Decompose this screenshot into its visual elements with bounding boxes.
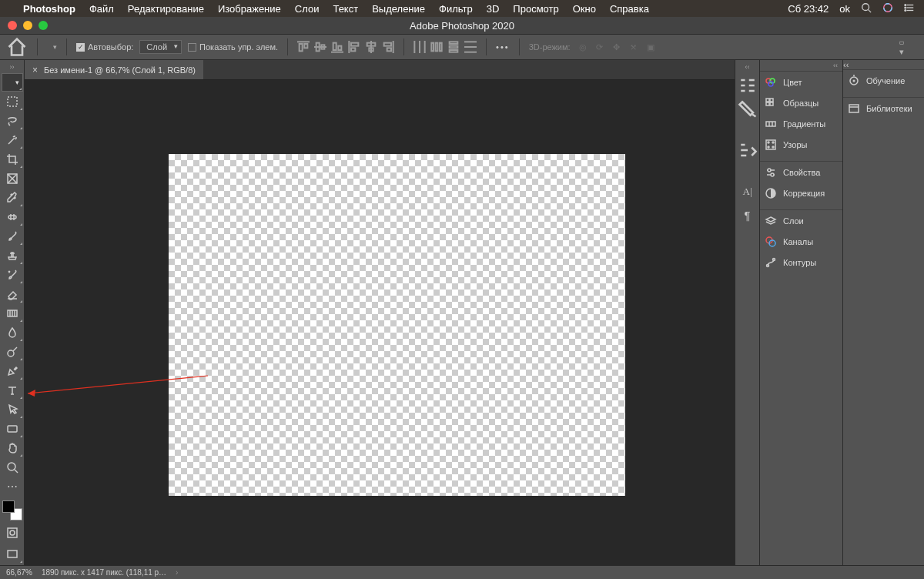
menubar-user[interactable]: ok <box>839 3 850 15</box>
svg-rect-71 <box>770 102 773 105</box>
brush-settings-icon[interactable] <box>737 75 758 95</box>
menu-3d[interactable]: 3D <box>487 3 500 15</box>
menu-select[interactable]: Выделение <box>372 3 425 15</box>
panels2-collapse-button[interactable]: ‹‹ <box>843 60 924 69</box>
status-zoom[interactable]: 66,67% <box>6 568 32 577</box>
panel-layers[interactable]: Слои <box>760 210 842 231</box>
panel-gradients[interactable]: Градиенты <box>760 113 842 134</box>
history-icon[interactable] <box>737 140 758 160</box>
home-button[interactable] <box>6 38 28 56</box>
menu-edit[interactable]: Редактирование <box>128 3 204 15</box>
panel-patterns[interactable]: Узоры <box>760 134 842 155</box>
svg-point-8 <box>905 7 906 8</box>
frame-tool[interactable] <box>2 169 23 188</box>
align-top-icon <box>297 41 310 53</box>
marquee-tool[interactable] <box>2 92 23 111</box>
brush-tool[interactable] <box>2 227 23 246</box>
svg-rect-27 <box>387 48 391 51</box>
edit-toolbar-button[interactable]: ⋯ <box>2 477 23 496</box>
window-minimize-button[interactable] <box>23 21 32 30</box>
window-close-button[interactable] <box>8 21 17 30</box>
screen-mode-button[interactable] <box>2 545 23 564</box>
blur-tool[interactable] <box>2 323 23 342</box>
siri-icon[interactable] <box>882 2 893 15</box>
menubar-clock[interactable]: Сб 23:42 <box>788 3 829 15</box>
svg-rect-47 <box>8 216 16 219</box>
brushes-icon[interactable] <box>737 99 758 119</box>
align-vcenter-icon <box>314 41 326 53</box>
panel-swatches[interactable]: Образцы <box>760 92 842 113</box>
quick-mask-button[interactable] <box>2 524 23 542</box>
app-name-menu[interactable]: Photoshop <box>23 3 75 15</box>
dock-collapse-button[interactable]: ‹‹ <box>745 63 750 74</box>
path-selection-tool[interactable] <box>2 400 23 419</box>
svg-rect-26 <box>384 43 391 46</box>
paragraph-icon[interactable]: ¶ <box>737 205 758 225</box>
foreground-color-swatch[interactable] <box>2 500 15 513</box>
menu-window[interactable]: Окно <box>573 3 596 15</box>
distribute-group[interactable] <box>413 41 477 53</box>
panels1-collapse-button[interactable]: ‹‹ <box>760 60 842 71</box>
panel-libraries[interactable]: Библиотеки <box>843 98 924 119</box>
canvas-viewport[interactable] <box>25 80 735 565</box>
color-swatches[interactable] <box>2 500 22 520</box>
dist-h-icon <box>413 41 426 53</box>
menu-image[interactable]: Изображение <box>218 3 281 15</box>
rectangle-tool[interactable] <box>2 420 23 438</box>
panel-adjustments[interactable]: Коррекция <box>760 182 842 203</box>
healing-brush-tool[interactable] <box>2 208 23 226</box>
menu-help[interactable]: Справка <box>610 3 649 15</box>
window-zoom-button[interactable] <box>38 21 48 30</box>
svg-rect-35 <box>450 46 458 49</box>
3d-roll-icon: ⟳ <box>594 41 606 53</box>
3d-mode-group[interactable]: ◎ ⟳ ✥ ⤧ ▣ <box>577 41 657 53</box>
document-tab-label: Без имени-1 @ 66,7% (Слой 1, RGB/8) <box>44 65 196 75</box>
lasso-tool[interactable] <box>2 112 23 130</box>
panel-paths[interactable]: Контуры <box>760 252 842 273</box>
menu-filter[interactable]: Фильтр <box>439 3 473 15</box>
svg-point-76 <box>768 142 769 143</box>
document-tab[interactable]: × Без имени-1 @ 66,7% (Слой 1, RGB/8) <box>25 60 203 79</box>
magic-wand-tool[interactable] <box>2 131 23 149</box>
type-tool[interactable] <box>2 381 23 400</box>
panel-learn[interactable]: Обучение <box>843 70 924 91</box>
more-align-icon[interactable]: ••• <box>496 42 510 52</box>
menubar-list-icon[interactable] <box>904 2 915 15</box>
close-tab-button[interactable]: × <box>32 65 38 75</box>
menu-view[interactable]: Просмотр <box>513 3 558 15</box>
crop-tool[interactable] <box>2 150 23 169</box>
eyedropper-tool[interactable] <box>2 189 23 207</box>
svg-point-7 <box>905 4 906 5</box>
svg-point-79 <box>772 146 774 148</box>
panels-dock-1: ‹‹ Цвет Образцы Градиенты Узоры Свойства… <box>759 60 842 565</box>
clone-stamp-tool[interactable] <box>2 246 23 265</box>
status-more-button[interactable]: › <box>176 568 178 577</box>
autoselect-checkbox[interactable]: ✓Автовыбор: <box>76 42 133 52</box>
menu-layers[interactable]: Слои <box>295 3 320 15</box>
panel-channels[interactable]: Каналы <box>760 231 842 252</box>
show-transform-controls-checkbox[interactable]: Показать упр. элем. <box>188 42 278 52</box>
eraser-tool[interactable] <box>2 285 23 303</box>
align-group[interactable] <box>297 41 394 53</box>
menu-text[interactable]: Текст <box>333 3 358 15</box>
gradient-tool[interactable] <box>2 304 23 323</box>
autoselect-target-select[interactable]: Слой <box>139 40 182 54</box>
history-brush-tool[interactable] <box>2 266 23 284</box>
status-dimensions[interactable]: 1890 пикс. x 1417 пикс. (118,11 p… <box>42 568 166 577</box>
panel-color[interactable]: Цвет <box>760 72 842 92</box>
svg-rect-42 <box>900 42 904 44</box>
screen-mode-icon[interactable]: ▾ <box>899 38 904 57</box>
canvas[interactable] <box>169 154 625 496</box>
panel-properties[interactable]: Свойства <box>760 162 842 182</box>
dodge-tool[interactable] <box>2 343 23 361</box>
move-tool[interactable] <box>2 73 23 92</box>
spotlight-icon[interactable] <box>861 2 872 15</box>
tools-expand-button[interactable]: ›› <box>10 63 15 72</box>
menu-file[interactable]: Файл <box>89 3 114 15</box>
hand-tool[interactable] <box>2 439 23 457</box>
zoom-tool[interactable] <box>2 458 23 477</box>
svg-rect-68 <box>766 99 769 102</box>
pen-tool[interactable] <box>2 362 23 380</box>
character-icon[interactable]: A| <box>737 182 758 202</box>
svg-point-61 <box>10 530 15 535</box>
